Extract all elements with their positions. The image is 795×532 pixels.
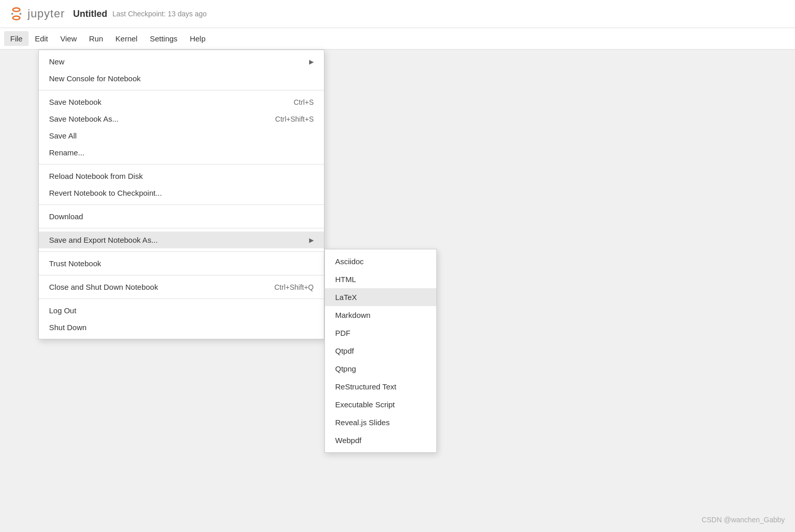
menu-item-edit[interactable]: Edit bbox=[29, 31, 54, 46]
submenu-item-6[interactable]: Qtpng bbox=[325, 360, 436, 378]
file-menu-label-11: Close and Shut Down Notebook bbox=[49, 283, 158, 291]
file-menu-item-13[interactable]: Shut Down bbox=[39, 319, 324, 336]
submenu-item-9[interactable]: Reveal.js Slides bbox=[325, 413, 436, 431]
file-menu-item-10[interactable]: Trust Notebook bbox=[39, 255, 324, 272]
file-menu-item-3[interactable]: Save Notebook As...Ctrl+Shift+S bbox=[39, 110, 324, 127]
top-bar: jupyter Untitled Last Checkpoint: 13 day… bbox=[0, 0, 795, 28]
file-menu-label-2: Save Notebook bbox=[49, 98, 102, 106]
export-submenu: AsciidocHTMLLaTeXMarkdownPDFQtpdfQtpngRe… bbox=[324, 249, 437, 453]
divider-5 bbox=[39, 164, 324, 165]
jupyter-logo: jupyter bbox=[8, 6, 65, 22]
shortcut-2: Ctrl+S bbox=[294, 98, 314, 106]
checkpoint-info: Last Checkpoint: 13 days ago bbox=[112, 10, 206, 18]
svg-point-0 bbox=[13, 8, 20, 12]
file-menu-label-7: Revert Notebook to Checkpoint... bbox=[49, 189, 162, 197]
dropdown-overlay: New▶New Console for NotebookSave Noteboo… bbox=[38, 50, 324, 339]
file-menu-label-3: Save Notebook As... bbox=[49, 114, 119, 123]
file-menu-label-6: Reload Notebook from Disk bbox=[49, 172, 143, 180]
divider-7 bbox=[39, 204, 324, 205]
file-menu-item-0[interactable]: New▶ bbox=[39, 53, 324, 70]
file-menu-item-5[interactable]: Rename... bbox=[39, 144, 324, 161]
submenu-item-4[interactable]: PDF bbox=[325, 324, 436, 342]
menu-item-kernel[interactable]: Kernel bbox=[109, 31, 144, 46]
submenu-item-5[interactable]: Qtpdf bbox=[325, 342, 436, 360]
file-menu-item-6[interactable]: Reload Notebook from Disk bbox=[39, 168, 324, 184]
watermark: CSDN @wanchen_Gabby bbox=[702, 516, 785, 524]
file-menu-label-0: New bbox=[49, 57, 64, 66]
menu-bar: FileEditViewRunKernelSettingsHelp bbox=[0, 28, 795, 50]
file-menu-label-4: Save All bbox=[49, 131, 77, 140]
submenu-item-0[interactable]: Asciidoc bbox=[325, 252, 436, 270]
file-menu-item-1[interactable]: New Console for Notebook bbox=[39, 70, 324, 87]
submenu-item-1[interactable]: HTML bbox=[325, 270, 436, 288]
file-dropdown: New▶New Console for NotebookSave Noteboo… bbox=[38, 50, 324, 339]
notebook-title[interactable]: Untitled bbox=[73, 9, 107, 19]
menu-item-help[interactable]: Help bbox=[183, 31, 212, 46]
file-menu-label-10: Trust Notebook bbox=[49, 259, 101, 268]
submenu-container: AsciidocHTMLLaTeXMarkdownPDFQtpdfQtpngRe… bbox=[324, 249, 437, 453]
divider-1 bbox=[39, 90, 324, 90]
menu-item-view[interactable]: View bbox=[54, 31, 83, 46]
submenu-item-8[interactable]: Executable Script bbox=[325, 396, 436, 413]
svg-point-2 bbox=[11, 13, 13, 15]
divider-10 bbox=[39, 275, 324, 275]
jupyter-logo-icon bbox=[8, 6, 25, 22]
submenu-item-7[interactable]: ReStructured Text bbox=[325, 378, 436, 396]
submenu-item-2[interactable]: LaTeX bbox=[325, 288, 436, 306]
submenu-arrow-9: ▶ bbox=[309, 237, 314, 244]
jupyter-brand-text: jupyter bbox=[28, 7, 65, 20]
file-menu-label-8: Download bbox=[49, 212, 83, 221]
file-menu-label-13: Shut Down bbox=[49, 323, 86, 332]
file-menu-item-12[interactable]: Log Out bbox=[39, 302, 324, 319]
file-menu-label-1: New Console for Notebook bbox=[49, 74, 141, 83]
file-menu-label-9: Save and Export Notebook As... bbox=[49, 236, 158, 244]
file-menu-item-4[interactable]: Save All bbox=[39, 127, 324, 144]
divider-11 bbox=[39, 298, 324, 299]
file-menu-item-7[interactable]: Revert Notebook to Checkpoint... bbox=[39, 184, 324, 201]
file-menu-item-11[interactable]: Close and Shut Down NotebookCtrl+Shift+Q bbox=[39, 279, 324, 295]
file-menu-item-8[interactable]: Download bbox=[39, 208, 324, 225]
menu-item-file[interactable]: File bbox=[4, 31, 29, 46]
divider-9 bbox=[39, 251, 324, 252]
divider-8 bbox=[39, 228, 324, 228]
file-menu-label-12: Log Out bbox=[49, 306, 76, 315]
menu-item-settings[interactable]: Settings bbox=[144, 31, 183, 46]
shortcut-11: Ctrl+Shift+Q bbox=[274, 283, 314, 291]
file-menu-item-9[interactable]: Save and Export Notebook As...▶ bbox=[39, 232, 324, 248]
file-menu-label-5: Rename... bbox=[49, 148, 84, 157]
menu-item-run[interactable]: Run bbox=[83, 31, 109, 46]
submenu-arrow-0: ▶ bbox=[309, 58, 314, 65]
svg-point-1 bbox=[13, 16, 20, 20]
shortcut-3: Ctrl+Shift+S bbox=[275, 115, 314, 123]
submenu-item-10[interactable]: Webpdf bbox=[325, 431, 436, 449]
submenu-item-3[interactable]: Markdown bbox=[325, 306, 436, 324]
svg-point-3 bbox=[19, 13, 21, 15]
file-menu-item-2[interactable]: Save NotebookCtrl+S bbox=[39, 94, 324, 110]
